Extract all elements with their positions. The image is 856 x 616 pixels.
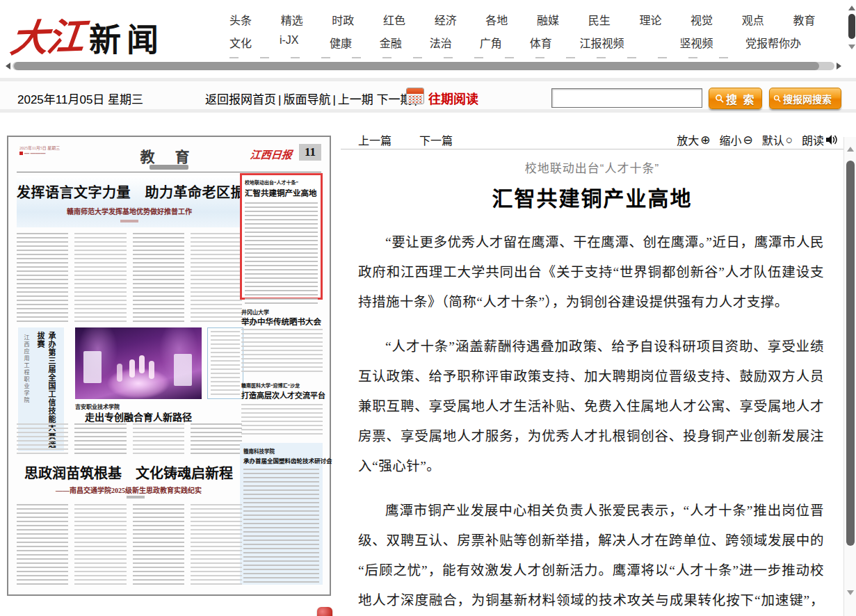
nav-item[interactable]: 民生 [588, 11, 640, 28]
divider [17, 172, 321, 172]
search-icon [773, 95, 781, 102]
nav-item[interactable]: 党报帮你办 [745, 34, 844, 51]
zoom-in-label: 放大 [677, 131, 699, 148]
nav-item[interactable]: 广角 [480, 34, 530, 51]
greeked-text-block [243, 469, 319, 583]
read-aloud-button[interactable]: 朗读 [802, 131, 838, 148]
nav-item[interactable]: i-JX [280, 34, 330, 51]
floating-share-icon[interactable] [317, 607, 332, 616]
nav-clipped-row [229, 57, 744, 58]
nav-item[interactable]: 经济 [435, 11, 486, 28]
scrollbar-thumb[interactable] [846, 161, 855, 546]
newspaper-page-image[interactable]: 2025年11月5日 星期三 ━━ ━━━━━━ 教 育 江西日报 11 发挥语… [7, 136, 331, 596]
paper-masthead: 江西日报 [250, 147, 293, 161]
greeked-text-block [241, 329, 323, 375]
nav-item[interactable]: 理论 [639, 11, 691, 28]
byline [120, 220, 138, 222]
nav-vertical-scrollbar[interactable] [848, 4, 856, 60]
separator: | [330, 93, 337, 106]
stage-performance-photo [75, 327, 202, 399]
search-input[interactable] [551, 88, 702, 108]
article-kicker: 赣南科技学院 [243, 447, 319, 455]
highlighted-article-box[interactable]: 校地联动出台“人才十条” 汇智共建铜产业高地 [240, 173, 323, 300]
scrollbar-thumb[interactable] [848, 14, 855, 39]
layout-nav-link[interactable]: 版面导航 [283, 93, 330, 106]
nav-item[interactable]: 头条 [229, 11, 281, 28]
lead-article-header: 发挥语言文字力量 助力革命老区振兴 赣南师范大学发挥基地优势做好推普工作 [17, 176, 242, 227]
search-button-label: 搜 索 [726, 90, 755, 107]
nav-item[interactable]: 体育 [530, 34, 580, 51]
article-vertical-scrollbar[interactable] [843, 137, 856, 616]
paper-section-tag [150, 165, 188, 170]
article-kicker: 赣南医科大学“迎博汇”沙龙 [241, 382, 300, 389]
nav-item[interactable]: 红色 [383, 11, 435, 28]
nav-item[interactable]: 竖视频 [679, 34, 745, 51]
zoom-in-icon: ⊕ [700, 134, 710, 146]
nav-item[interactable]: 精选 [281, 11, 332, 28]
site-search-button[interactable]: 搜报网搜索 [769, 88, 841, 109]
nav-item[interactable]: 金融 [380, 34, 430, 51]
date-toolbar: 2025年11月05日 星期三 返回报网首页|版面导航|上一期 下一期| 往期阅… [0, 78, 856, 113]
nav-row-1: 头条 精选 时政 红色 经济 各地 融媒 民生 理论 视觉 观点 教育 [229, 11, 844, 28]
nav-item[interactable]: 观点 [742, 11, 793, 28]
default-size-button[interactable]: 默认 ○ [762, 131, 793, 148]
reader-controls: 放大 ⊕ 缩小 ⊖ 默认 ○ 朗读 [677, 131, 838, 148]
boxed-article-kicker: 校地联动出台“人才十条” [245, 179, 318, 186]
blue-article-box: 赣南科技学院 承办首届全国塑料齿轮技术研讨会 [240, 443, 323, 585]
photo-article-title: 走出专创融合育人新路径 [75, 410, 202, 423]
newspaper-page: 2025年11月5日 星期三 ━━ ━━━━━━ 教 育 江西日报 11 发挥语… [15, 143, 323, 587]
article-title: 承办首届全国塑料齿轮技术研讨会 [243, 456, 319, 464]
scrollbar-track[interactable] [13, 62, 834, 70]
site-logo[interactable]: 大江新闻 [11, 7, 164, 62]
lead-article-title: 发挥语言文字力量 助力革命老区振兴 [17, 181, 242, 202]
calendar-icon[interactable] [406, 88, 424, 104]
search-button[interactable]: 搜 索 [709, 88, 762, 109]
archive-link[interactable]: 往期阅读 [428, 89, 478, 107]
speaker-icon [825, 134, 838, 145]
article-paragraph: 鹰潭市铜产业发展中心相关负责人张爱民表示，“人才十条”推出岗位晋级、双聘互认、房… [358, 496, 824, 616]
scroll-left-arrow-icon[interactable] [6, 63, 10, 70]
nav-item[interactable]: 文化 [229, 34, 280, 51]
paper-section-title: 教 育 [140, 145, 197, 166]
nav-item[interactable]: 江报视频 [580, 34, 680, 51]
bottom-article-title: 思政润苗筑根基 文化铸魂启新程 [17, 462, 241, 483]
reader-toolbar: 上一篇 下一篇 放大 ⊕ 缩小 ⊖ 默认 ○ 朗读 [341, 127, 843, 149]
article-kicker: 井冈山大学 [241, 308, 269, 316]
greeked-text-block [241, 404, 323, 437]
horizontal-scrollbar[interactable] [6, 61, 841, 71]
article-body: “要让更多优秀人才留在鹰潭、干在鹰潭、创在鹰潭。”近日，鹰潭市人民政府和江西理工… [341, 227, 843, 616]
greeked-text-columns [17, 233, 242, 322]
nav-item[interactable]: 融媒 [537, 11, 588, 28]
next-article-link[interactable]: 下一篇 [419, 131, 453, 148]
logo-brand-red: 大江 [8, 6, 87, 63]
byline [127, 496, 145, 499]
nav-item[interactable]: 教育 [793, 11, 844, 28]
vertical-org-label: 江西应用工程职业学院 [22, 334, 30, 404]
home-link[interactable]: 返回报网首页 [205, 93, 276, 106]
scroll-down-arrow-icon[interactable] [848, 44, 855, 49]
article-title: 汇智共建铜产业高地 [341, 181, 843, 212]
scroll-up-arrow-icon[interactable] [847, 147, 854, 152]
paper-dateline: 2025年11月5日 星期三 ━━ ━━━━━━ [19, 145, 60, 156]
prev-issue-link[interactable]: 上一期 [338, 93, 373, 106]
issue-date: 2025年11月05日 星期三 [17, 90, 143, 107]
scroll-up-arrow-icon[interactable] [848, 6, 855, 10]
nav-item[interactable]: 健康 [330, 34, 380, 51]
scroll-down-arrow-icon[interactable] [847, 590, 854, 595]
nav-item[interactable]: 视觉 [691, 11, 742, 28]
nav-item[interactable]: 各地 [485, 11, 537, 28]
scrollbar-thumb[interactable] [14, 62, 819, 70]
issue-links: 返回报网首页|版面导航|上一期 下一期| [205, 90, 419, 107]
site-search-button-label: 搜报网搜索 [783, 92, 832, 106]
bottom-article-subtitle: ——南昌交通学院2025级新生思政教育实践纪实 [17, 485, 241, 495]
zoom-in-button[interactable]: 放大 ⊕ [677, 131, 710, 148]
greeked-text-columns [17, 504, 242, 585]
zoom-out-button[interactable]: 缩小 ⊖ [719, 131, 752, 148]
prev-article-link[interactable]: 上一篇 [358, 131, 391, 148]
nav-item[interactable]: 时政 [332, 11, 383, 28]
scroll-right-arrow-icon[interactable] [837, 63, 841, 70]
lead-article-subtitle: 赣南师范大学发挥基地优势做好推普工作 [17, 206, 242, 216]
nav-item[interactable]: 法治 [430, 34, 480, 51]
logo-brand-black: 新闻 [89, 14, 164, 60]
article-reader-panel: 上一篇 下一篇 放大 ⊕ 缩小 ⊖ 默认 ○ 朗读 [341, 127, 843, 616]
